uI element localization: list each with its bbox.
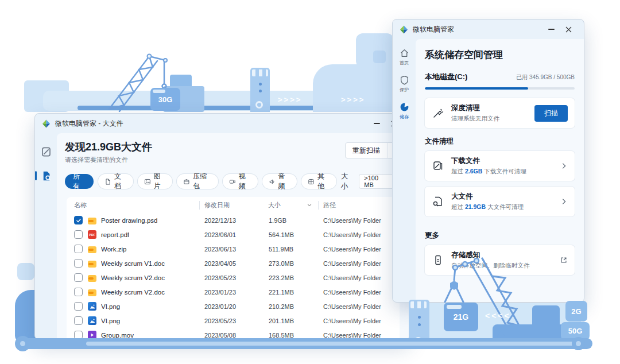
table-row[interactable]: VI.png2023/05/23201.1MBC:\Useers\My Fold…: [67, 313, 400, 328]
filter-pill[interactable]: 文档: [98, 174, 133, 189]
table-row[interactable]: PDFreport.pdf2023/06/01564.1MBC:\Useers\…: [67, 227, 400, 242]
section-more: 更多: [425, 231, 575, 241]
active-indicator: [35, 171, 37, 180]
filter-pill[interactable]: 其他: [301, 174, 336, 189]
sidebar-item-home[interactable]: 首页: [399, 48, 409, 67]
home-icon: [400, 48, 409, 58]
row-date: 2023/05/08: [199, 332, 264, 339]
conveyor-belt-stripe: [86, 342, 578, 346]
table-header: 名称 修改日期 大小 路径: [67, 197, 400, 213]
row-checkbox[interactable]: [74, 259, 83, 268]
storage-window-sidebar: 首页 保护 储存: [393, 39, 416, 302]
chevron-right-icon: [560, 162, 568, 170]
disk-usage-bar: [425, 87, 575, 90]
disk-usage-fill: [425, 87, 528, 90]
filter-pill[interactable]: 图片: [138, 174, 173, 189]
row-path: C:\Useers\My Folder: [318, 231, 400, 238]
image-file-icon: [88, 316, 96, 325]
sidebar-item-storage[interactable]: 储存: [399, 102, 409, 121]
download-file-icon: [41, 146, 52, 157]
table-row[interactable]: Weekly scrum V1.doc2023/04/05273.0MBC:\U…: [67, 256, 400, 270]
row-date: 2023/05/23: [199, 274, 264, 281]
table-row[interactable]: Group.mov2023/05/08168.5MBC:\Useers\My F…: [67, 328, 400, 339]
cargo-box-30g: 30G: [150, 88, 180, 111]
filter-pill[interactable]: 压缩包: [177, 174, 218, 189]
page-title: 系统储存空间管理: [425, 48, 575, 61]
large-files-card[interactable]: 大文件 超过 21.9GB 大文件可清理: [425, 187, 575, 216]
sidebar-item-download-files[interactable]: [39, 145, 53, 158]
close-button[interactable]: [560, 22, 577, 36]
scan-button[interactable]: 扫描: [534, 105, 568, 122]
section-file-clean: 文件清理: [425, 137, 575, 146]
row-checkbox[interactable]: [74, 216, 83, 224]
large-file-icon: [41, 171, 52, 181]
deep-clean-subtitle: 清理系统无用文件: [451, 115, 528, 123]
row-checkbox[interactable]: [74, 245, 83, 253]
chevron-right-icon: [560, 198, 568, 206]
row-path: C:\Useers\My Folder: [318, 246, 400, 253]
row-path: C:\Useers\My Folder: [318, 332, 400, 339]
image-icon: [144, 178, 151, 185]
audio-icon: [269, 178, 276, 185]
row-path: C:\Useers\My Folder: [318, 260, 400, 267]
row-date: 2023/01/23: [199, 289, 264, 296]
column-header-name[interactable]: 名称: [67, 201, 199, 210]
row-path: C:\Useers\My Folder: [318, 289, 400, 296]
page-subtitle: 请选择需要清理的文件: [65, 156, 152, 164]
rescan-button[interactable]: 重新扫描: [346, 146, 387, 156]
cargo-box-21g: 21G: [444, 303, 478, 331]
table-row[interactable]: Weekly scrum V2.doc2023/05/23223.2MBC:\U…: [67, 270, 400, 285]
filter-pill[interactable]: 视频: [223, 174, 258, 189]
column-header-path[interactable]: 路径: [318, 201, 400, 210]
window-title: 微软电脑管家: [413, 25, 454, 34]
conveyor-arrows: >>>>: [341, 95, 365, 104]
row-date: 2023/01/20: [199, 303, 264, 310]
check-icon: [76, 218, 82, 223]
table-row[interactable]: Poster drawing.psd2022/12/131.9GBC:\Usee…: [67, 213, 400, 227]
disk-name: 本地磁盘(C:): [425, 72, 467, 82]
row-checkbox[interactable]: [74, 288, 83, 296]
desktop-canvas: 30G >>>> >>>> 21G <<<< 2G 50G: [0, 0, 620, 364]
grid-icon: [308, 178, 315, 185]
traffic-cone: [497, 330, 505, 338]
row-checkbox[interactable]: [74, 302, 83, 311]
archive-file-icon: [88, 218, 96, 224]
table-row[interactable]: Weekly scrum V2.doc2023/01/23221.1MBC:\U…: [67, 285, 400, 299]
page-header: 发现21.9GB大文件 请选择需要清理的文件: [65, 140, 152, 164]
row-checkbox[interactable]: [74, 316, 83, 325]
archive-file-icon: [88, 289, 96, 296]
column-header-size[interactable]: 大小: [264, 201, 318, 210]
download-files-card[interactable]: 下载文件 超过 2.6GB 下载文件可清理: [425, 151, 575, 181]
row-size: 564.1MB: [264, 231, 318, 238]
minimize-button[interactable]: [368, 117, 385, 130]
pc-manager-logo-icon: [42, 119, 51, 128]
deep-clean-card: 深度清理 清理系统无用文件 扫描: [425, 98, 575, 128]
row-size: 221.1MB: [264, 289, 318, 296]
conveyor-arrows: <<<<: [485, 311, 511, 320]
illustration-tower: [250, 68, 270, 112]
filter-pill[interactable]: 所有: [65, 174, 94, 189]
filter-pill[interactable]: 音频: [262, 174, 297, 189]
table-row[interactable]: VI.png2023/01/20210.2MBC:\Useers\My Fold…: [67, 299, 400, 313]
column-header-date[interactable]: 修改日期: [199, 201, 264, 210]
window-title: 微软电脑管家 - 大文件: [55, 119, 123, 129]
row-size: 168.5MB: [264, 332, 318, 339]
row-path: C:\Useers\My Folder: [318, 303, 400, 310]
doc-icon: [104, 178, 111, 185]
large-file-search-icon: [432, 196, 444, 207]
row-size: 201.1MB: [264, 317, 318, 324]
row-checkbox[interactable]: [74, 230, 83, 239]
sidebar-item-protection[interactable]: 保护: [399, 75, 409, 94]
table-row[interactable]: Work.zip2023/06/13511.9MBC:\Useers\My Fo…: [67, 242, 400, 256]
row-path: C:\Useers\My Folder: [318, 317, 400, 324]
minimize-button[interactable]: [542, 22, 560, 36]
archive-icon: [183, 178, 190, 185]
external-link-icon: [560, 256, 568, 264]
image-file-icon: [88, 302, 96, 311]
row-checkbox[interactable]: [74, 273, 83, 282]
sidebar-item-large-files[interactable]: [39, 169, 53, 183]
disk-usage: 已用 345.9GB / 500GB: [516, 73, 575, 82]
row-date: 2023/06/13: [199, 246, 264, 253]
illustration-block: [373, 51, 386, 63]
row-date: 2023/06/01: [199, 231, 264, 238]
